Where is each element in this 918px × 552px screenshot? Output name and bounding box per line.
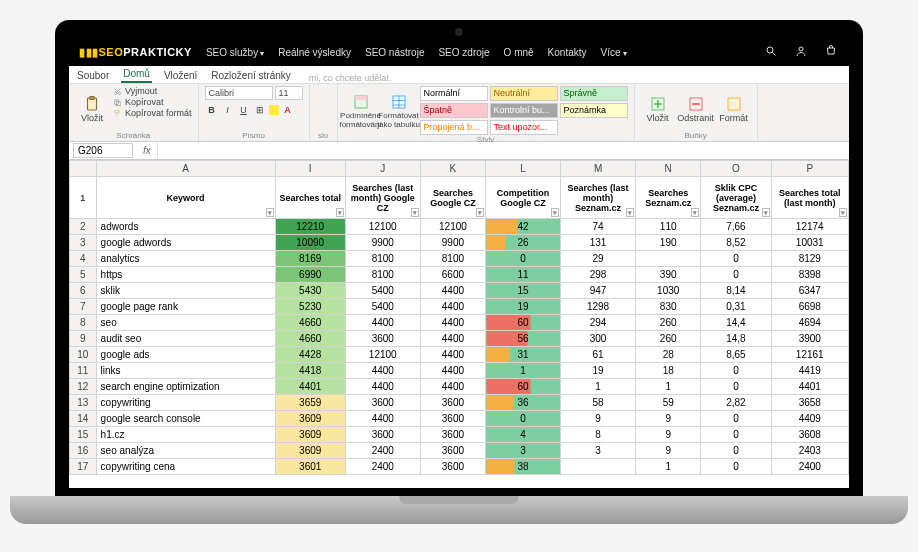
cell[interactable]: 29 bbox=[561, 251, 636, 267]
cell[interactable]: google ads bbox=[96, 347, 275, 363]
cell[interactable]: 0 bbox=[701, 443, 771, 459]
cell[interactable]: 8129 bbox=[771, 251, 848, 267]
field-header[interactable]: Searches total (last month)▾ bbox=[771, 177, 848, 219]
cell[interactable]: 4401 bbox=[771, 379, 848, 395]
nav-item[interactable]: Reálné výsledky bbox=[278, 47, 351, 58]
cell[interactable]: 4419 bbox=[771, 363, 848, 379]
cell[interactable]: 9900 bbox=[420, 235, 485, 251]
cell[interactable]: 12210 bbox=[275, 219, 345, 235]
insert-cells-button[interactable]: Vložit bbox=[641, 86, 675, 131]
cell[interactable]: 31 bbox=[486, 347, 561, 363]
cell[interactable]: 0 bbox=[486, 411, 561, 427]
filter-icon[interactable]: ▾ bbox=[626, 208, 634, 217]
field-header[interactable]: Searches (last month) Seznam.cz▾ bbox=[561, 177, 636, 219]
cell[interactable]: 3601 bbox=[275, 459, 345, 475]
cell[interactable]: 0 bbox=[701, 411, 771, 427]
cell[interactable]: 4400 bbox=[345, 363, 420, 379]
cell[interactable]: 4400 bbox=[345, 379, 420, 395]
cell[interactable]: 19 bbox=[561, 363, 636, 379]
cell[interactable]: 42 bbox=[486, 219, 561, 235]
cell[interactable]: 4418 bbox=[275, 363, 345, 379]
cell[interactable]: 60 bbox=[486, 379, 561, 395]
cell[interactable]: 5400 bbox=[345, 299, 420, 315]
column-header[interactable]: A bbox=[96, 161, 275, 177]
cell[interactable]: 8398 bbox=[771, 267, 848, 283]
cell[interactable]: 2400 bbox=[345, 459, 420, 475]
cell[interactable]: 3609 bbox=[275, 427, 345, 443]
field-header[interactable]: Searches total▾ bbox=[275, 177, 345, 219]
cell[interactable]: 8100 bbox=[420, 251, 485, 267]
cell[interactable]: 4400 bbox=[420, 283, 485, 299]
row-header[interactable]: 3 bbox=[70, 235, 97, 251]
column-header[interactable]: M bbox=[561, 161, 636, 177]
cell[interactable] bbox=[636, 251, 701, 267]
cell[interactable]: 110 bbox=[636, 219, 701, 235]
search-icon[interactable] bbox=[763, 43, 779, 61]
cell[interactable]: 58 bbox=[561, 395, 636, 411]
cell[interactable]: 4400 bbox=[420, 299, 485, 315]
cell-style-chip[interactable]: Propojená b... bbox=[420, 120, 488, 135]
row-header[interactable]: 15 bbox=[70, 427, 97, 443]
field-header[interactable]: Keyword▾ bbox=[96, 177, 275, 219]
cell[interactable]: google search console bbox=[96, 411, 275, 427]
cell[interactable]: 260 bbox=[636, 331, 701, 347]
row-header[interactable]: 6 bbox=[70, 283, 97, 299]
column-header[interactable]: K bbox=[420, 161, 485, 177]
cell[interactable]: 12100 bbox=[345, 347, 420, 363]
cell[interactable]: 298 bbox=[561, 267, 636, 283]
filter-icon[interactable]: ▾ bbox=[411, 208, 419, 217]
spreadsheet[interactable]: AIJKLMNOP1Keyword▾Searches total▾Searche… bbox=[69, 160, 849, 488]
cell[interactable]: 9900 bbox=[345, 235, 420, 251]
cut-button[interactable]: Vyjmout bbox=[113, 86, 192, 96]
cell[interactable]: 12161 bbox=[771, 347, 848, 363]
site-logo[interactable]: ▮▮▮SEOPRAKTICKY bbox=[79, 46, 192, 59]
cell[interactable]: seo analýza bbox=[96, 443, 275, 459]
cell[interactable]: 8,65 bbox=[701, 347, 771, 363]
row-header[interactable]: 5 bbox=[70, 267, 97, 283]
cell[interactable]: 4428 bbox=[275, 347, 345, 363]
field-header[interactable]: Searches (last month) Google CZ▾ bbox=[345, 177, 420, 219]
cell[interactable]: 2403 bbox=[771, 443, 848, 459]
cell[interactable]: 3600 bbox=[345, 427, 420, 443]
cell-style-chip[interactable]: Kontrolní bu... bbox=[490, 103, 558, 118]
cell[interactable]: 60 bbox=[486, 315, 561, 331]
cell[interactable]: audit seo bbox=[96, 331, 275, 347]
cell[interactable]: 4409 bbox=[771, 411, 848, 427]
cell[interactable]: google page rank bbox=[96, 299, 275, 315]
cell[interactable]: 8100 bbox=[345, 267, 420, 283]
cell[interactable]: 0 bbox=[701, 363, 771, 379]
row-header[interactable]: 17 bbox=[70, 459, 97, 475]
cell[interactable]: 1 bbox=[561, 379, 636, 395]
cell-style-chip[interactable]: Neutrální bbox=[490, 86, 558, 101]
cell[interactable]: 8,14 bbox=[701, 283, 771, 299]
row-header[interactable]: 7 bbox=[70, 299, 97, 315]
cell[interactable]: 3609 bbox=[275, 411, 345, 427]
cell[interactable]: 4660 bbox=[275, 315, 345, 331]
cell[interactable]: https bbox=[96, 267, 275, 283]
cell[interactable]: 3658 bbox=[771, 395, 848, 411]
nav-item[interactable]: O mně bbox=[504, 47, 534, 58]
row-header[interactable]: 9 bbox=[70, 331, 97, 347]
cell[interactable]: 0 bbox=[701, 267, 771, 283]
cell[interactable]: 61 bbox=[561, 347, 636, 363]
ribbon-tab[interactable]: Domů bbox=[121, 66, 152, 83]
cell[interactable]: 294 bbox=[561, 315, 636, 331]
cell[interactable]: 300 bbox=[561, 331, 636, 347]
row-header[interactable]: 14 bbox=[70, 411, 97, 427]
nav-item[interactable]: SEO zdroje bbox=[438, 47, 489, 58]
nav-item[interactable]: Kontakty bbox=[548, 47, 587, 58]
cell[interactable]: 947 bbox=[561, 283, 636, 299]
cell[interactable]: 4660 bbox=[275, 331, 345, 347]
cell-style-chip[interactable]: Špatně bbox=[420, 103, 488, 118]
cell[interactable]: 9 bbox=[636, 411, 701, 427]
row-header[interactable]: 12 bbox=[70, 379, 97, 395]
cell[interactable]: 4400 bbox=[420, 363, 485, 379]
cell[interactable]: 4400 bbox=[420, 315, 485, 331]
cell[interactable]: 5400 bbox=[345, 283, 420, 299]
cell[interactable]: 6698 bbox=[771, 299, 848, 315]
cell[interactable]: 5230 bbox=[275, 299, 345, 315]
cell[interactable]: 4400 bbox=[420, 331, 485, 347]
cell[interactable]: 0 bbox=[701, 379, 771, 395]
format-painter-button[interactable]: Kopírovat formát bbox=[113, 108, 192, 118]
formula-bar[interactable] bbox=[157, 142, 849, 159]
